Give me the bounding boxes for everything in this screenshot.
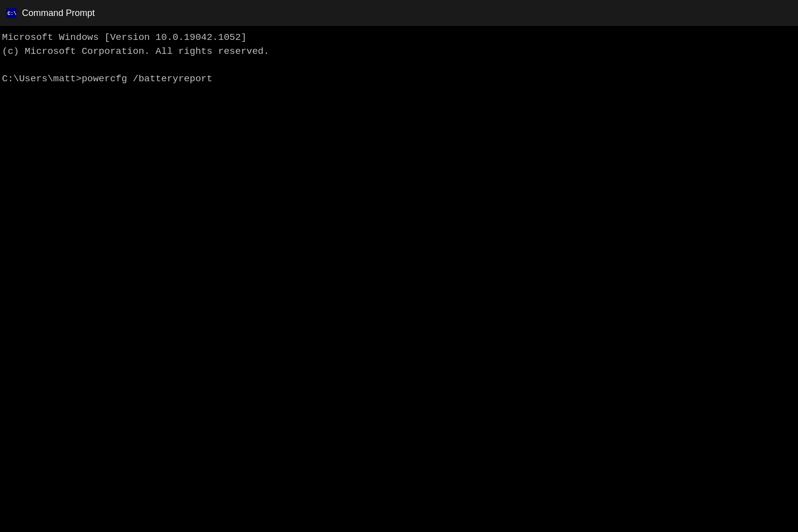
terminal-body[interactable]: Microsoft Windows [Version 10.0.19042.10… [0, 26, 798, 532]
terminal-command-line: C:\Users\matt>powercfg /batteryreport [2, 72, 796, 86]
terminal-blank-line [2, 58, 796, 72]
terminal-line-1: Microsoft Windows [Version 10.0.19042.10… [2, 31, 796, 45]
window-title: Command Prompt [22, 8, 95, 18]
svg-text:C:\: C:\ [7, 11, 16, 16]
cmd-icon: C:\ [6, 7, 17, 18]
terminal-line-2: (c) Microsoft Corporation. All rights re… [2, 45, 796, 59]
title-bar: C:\ Command Prompt [0, 0, 798, 26]
